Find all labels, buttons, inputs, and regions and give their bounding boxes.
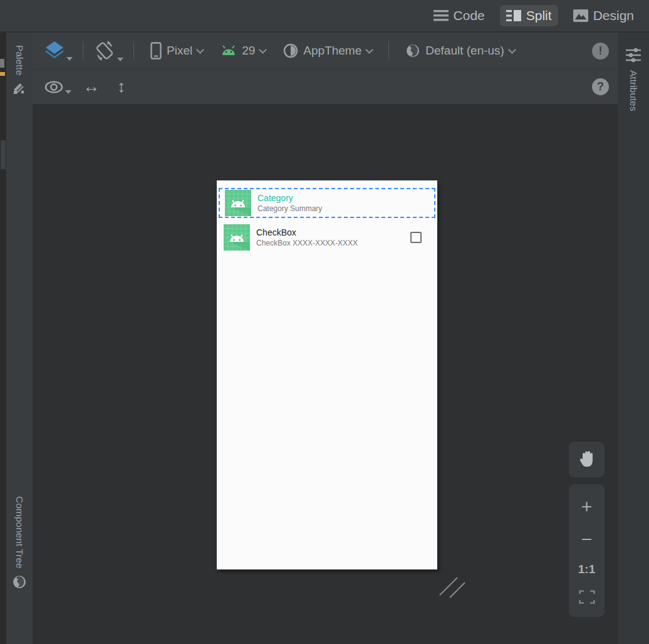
checkbox bbox=[410, 232, 422, 243]
android-icon bbox=[221, 45, 237, 56]
android-app-icon bbox=[225, 190, 251, 216]
tab-code[interactable]: Code bbox=[427, 5, 491, 26]
theme-selector-label: AppTheme bbox=[303, 44, 361, 58]
toolbar-separator bbox=[83, 41, 83, 60]
code-editor-edge bbox=[0, 33, 6, 644]
chevron-down-icon bbox=[508, 46, 516, 54]
code-highlight-fragment bbox=[0, 72, 5, 76]
sliders-icon bbox=[626, 48, 641, 64]
code-fragment bbox=[0, 59, 4, 68]
tab-design-label: Design bbox=[593, 8, 634, 23]
list-item-subtitle: Category Summary bbox=[257, 204, 434, 213]
design-icon bbox=[573, 9, 588, 22]
warnings-button[interactable]: ! bbox=[592, 43, 609, 60]
api-level-label: 29 bbox=[242, 44, 255, 58]
theme-icon bbox=[283, 43, 298, 58]
list-item-subtitle: CheckBox XXXX-XXXX-XXXX bbox=[256, 239, 410, 247]
locale-selector-label: Default (en-us) bbox=[425, 44, 504, 58]
toolbar-separator bbox=[388, 41, 389, 60]
orientation-button[interactable] bbox=[91, 38, 126, 64]
code-icon bbox=[434, 9, 449, 22]
vertical-resize-icon[interactable]: ↕ bbox=[117, 78, 126, 95]
preview-list-item-category[interactable]: Category Category Summary bbox=[219, 188, 435, 218]
globe-icon bbox=[12, 574, 27, 589]
android-studio-layout-editor: Code Split Design Palette bbox=[0, 0, 649, 644]
zoom-controls: + − 1:1 bbox=[569, 484, 605, 617]
palette-tab-label: Palette bbox=[14, 45, 25, 75]
device-selector[interactable]: Pixel bbox=[150, 42, 203, 60]
view-options-button[interactable] bbox=[41, 78, 74, 96]
list-item-title: CheckBox bbox=[256, 227, 410, 237]
toolbar-separator bbox=[133, 41, 134, 60]
help-button[interactable]: ? bbox=[592, 78, 609, 95]
layers-button[interactable] bbox=[41, 38, 75, 63]
zoom-out-button[interactable]: − bbox=[581, 530, 593, 549]
device-selector-label: Pixel bbox=[167, 44, 192, 58]
globe-icon bbox=[405, 43, 420, 58]
view-options-toolbar: ↔ ↕ ? bbox=[33, 69, 618, 104]
horizontal-resize-icon[interactable]: ↔ bbox=[83, 78, 100, 95]
help-icon: ? bbox=[597, 80, 604, 93]
tab-code-label: Code bbox=[454, 8, 485, 23]
locale-selector[interactable]: Default (en-us) bbox=[405, 43, 515, 58]
orientation-icon bbox=[93, 40, 116, 61]
sidebar-item-component-tree[interactable]: Component Tree bbox=[6, 496, 33, 589]
warning-icon: ! bbox=[599, 44, 603, 58]
tab-split-label: Split bbox=[526, 8, 552, 23]
sidebar-item-attributes[interactable]: Attributes bbox=[620, 48, 646, 111]
split-icon bbox=[506, 9, 521, 22]
zoom-in-button[interactable]: + bbox=[581, 497, 593, 516]
chevron-down-icon bbox=[365, 46, 373, 54]
eye-icon bbox=[44, 80, 64, 94]
design-canvas[interactable]: Category Category Summary bbox=[33, 104, 618, 644]
api-level-selector[interactable]: 29 bbox=[221, 44, 266, 58]
list-item-title: Category bbox=[257, 193, 434, 203]
left-toolwindow-strip: Palette Component Tree bbox=[0, 33, 33, 644]
sidebar-item-palette[interactable]: Palette bbox=[6, 45, 33, 95]
zoom-actual-size-button[interactable]: 1:1 bbox=[578, 563, 595, 576]
design-surface-column: Pixel 29 AppTheme bbox=[33, 33, 618, 644]
theme-selector[interactable]: AppTheme bbox=[283, 43, 372, 58]
attributes-tab-label: Attributes bbox=[628, 70, 639, 111]
tab-design[interactable]: Design bbox=[567, 5, 640, 26]
chevron-down-icon bbox=[259, 46, 267, 54]
phone-icon bbox=[150, 42, 162, 60]
dropdown-caret-icon bbox=[66, 57, 73, 61]
device-preview[interactable]: Category Category Summary bbox=[217, 180, 437, 569]
palette-icon bbox=[13, 81, 26, 95]
layers-icon bbox=[44, 41, 65, 61]
design-toolbar: Pixel 29 AppTheme bbox=[33, 33, 618, 69]
pan-button[interactable] bbox=[569, 442, 605, 477]
zoom-to-fit-button[interactable] bbox=[579, 590, 595, 604]
canvas-resize-handle[interactable] bbox=[439, 573, 467, 599]
editor-mode-bar: Code Split Design bbox=[0, 0, 649, 33]
dropdown-caret-icon bbox=[65, 90, 71, 94]
component-tree-tab-label: Component Tree bbox=[14, 496, 25, 568]
dropdown-caret-icon bbox=[117, 58, 123, 61]
hand-icon bbox=[578, 450, 596, 469]
editor-scrollbar-thumb bbox=[1, 140, 6, 169]
preview-list-item-checkbox[interactable]: CheckBox CheckBox XXXX-XXXX-XXXX bbox=[219, 222, 435, 252]
android-app-icon bbox=[224, 224, 250, 251]
chevron-down-icon bbox=[196, 46, 204, 54]
right-toolwindow-strip: Attributes bbox=[618, 33, 649, 644]
tab-split[interactable]: Split bbox=[500, 5, 558, 26]
